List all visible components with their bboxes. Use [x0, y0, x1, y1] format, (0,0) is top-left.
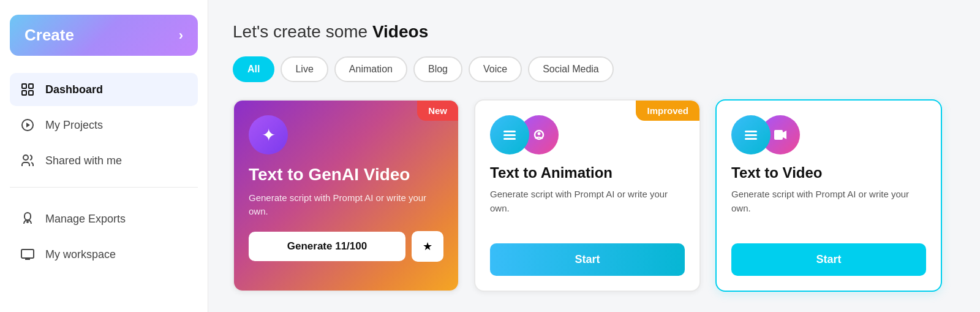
badge-improved: Improved — [636, 101, 699, 121]
manage-exports-label: Manage Exports — [45, 213, 126, 226]
tab-voice[interactable]: Voice — [469, 56, 522, 82]
svg-rect-10 — [503, 134, 516, 136]
card-text-to-video: Text to Video Generate script with Promp… — [715, 99, 942, 292]
genai-card-description: Generate script with Prompt AI or write … — [249, 191, 443, 219]
animation-card-title: Text to Animation — [490, 164, 685, 181]
video-card-title: Text to Video — [731, 164, 926, 181]
svg-marker-5 — [26, 123, 30, 127]
page-title-bold: Videos — [372, 22, 428, 41]
svg-rect-17 — [745, 138, 757, 140]
video-card-description: Generate script with Prompt AI or write … — [731, 188, 926, 227]
tab-live[interactable]: Live — [281, 56, 328, 82]
tab-animation[interactable]: Animation — [334, 56, 407, 82]
dashboard-icon — [20, 82, 36, 97]
animation-start-button[interactable]: Start — [490, 243, 685, 276]
video-icon-left — [731, 115, 771, 154]
tab-all[interactable]: All — [233, 56, 274, 82]
svg-point-6 — [23, 155, 28, 160]
sidebar-item-my-projects[interactable]: My Projects — [10, 108, 198, 142]
animation-icons-row — [490, 115, 685, 154]
my-projects-icon — [20, 117, 36, 133]
svg-rect-9 — [503, 131, 516, 132]
card-genai-video: New ✦ Text to GenAI Video Generate scrip… — [233, 99, 459, 292]
sidebar-item-manage-exports[interactable]: Manage Exports — [10, 202, 198, 235]
my-workspace-label: My workspace — [45, 248, 116, 261]
manage-exports-icon — [20, 211, 36, 227]
svg-rect-8 — [21, 249, 34, 258]
svg-rect-18 — [774, 130, 783, 140]
my-workspace-icon — [20, 246, 36, 262]
svg-rect-1 — [29, 84, 33, 88]
genai-card-title: Text to GenAI Video — [249, 164, 443, 185]
card-text-to-animation: Improved — [474, 99, 701, 292]
animation-card-body: Improved — [475, 101, 699, 291]
svg-rect-11 — [503, 138, 516, 140]
dashboard-label: Dashboard — [45, 83, 103, 96]
cards-grid: New ✦ Text to GenAI Video Generate scrip… — [233, 99, 956, 292]
svg-rect-0 — [22, 84, 26, 88]
star-button[interactable]: ★ — [412, 231, 443, 262]
shared-with-me-icon — [20, 153, 36, 169]
sidebar-item-my-workspace[interactable]: My workspace — [10, 238, 198, 271]
main-content: Let's create some Videos All Live Animat… — [208, 0, 980, 312]
create-label: Create — [24, 26, 74, 45]
sidebar: Create › Dashboard My Projects — [0, 0, 208, 312]
video-start-button[interactable]: Start — [731, 243, 926, 276]
svg-point-13 — [538, 132, 541, 135]
genai-card-actions: Generate 11/100 ★ — [249, 231, 443, 262]
sidebar-item-dashboard[interactable]: Dashboard — [10, 73, 198, 106]
animation-icon-left — [490, 115, 529, 154]
badge-new: New — [417, 101, 458, 121]
create-button[interactable]: Create › — [10, 15, 198, 56]
video-icons-row — [731, 115, 926, 154]
svg-rect-15 — [745, 131, 757, 132]
animation-card-description: Generate script with Prompt AI or write … — [490, 188, 685, 227]
sidebar-item-shared-with-me[interactable]: Shared with me — [10, 144, 198, 177]
shared-with-me-label: Shared with me — [45, 154, 122, 167]
my-projects-label: My Projects — [45, 119, 103, 132]
svg-rect-3 — [29, 91, 33, 95]
sparkle-icon: ✦ — [262, 125, 276, 145]
generate-button[interactable]: Generate 11/100 — [249, 232, 405, 261]
nav-divider — [10, 187, 198, 188]
tab-blog[interactable]: Blog — [413, 56, 462, 82]
main-nav: Dashboard My Projects Shared with me — [10, 73, 198, 177]
svg-point-7 — [27, 221, 28, 223]
filter-tabs: All Live Animation Blog Voice Social Med… — [233, 56, 956, 82]
genai-icon-circle: ✦ — [249, 115, 288, 154]
svg-rect-2 — [22, 91, 26, 95]
video-card-body: Text to Video Generate script with Promp… — [717, 101, 941, 291]
bottom-nav: Manage Exports My workspace — [10, 202, 198, 271]
create-chevron-icon: › — [179, 28, 183, 44]
tab-social-media[interactable]: Social Media — [528, 56, 614, 82]
page-title: Let's create some Videos — [233, 22, 956, 42]
page-title-prefix: Let's create some — [233, 22, 372, 41]
svg-rect-16 — [745, 134, 757, 136]
